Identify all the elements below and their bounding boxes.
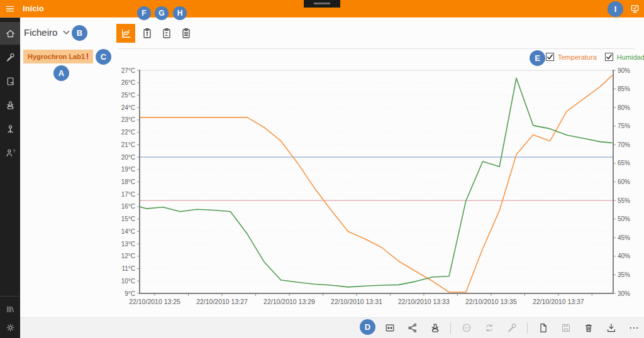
chart-area: 9°C10°C11°C12°C13°C14°C15°C16°C17°C18°C1… (119, 62, 644, 312)
command-configure-button (503, 320, 520, 336)
toolbar-divider (527, 323, 528, 334)
toolbar-divider (450, 323, 451, 334)
svg-text:75%: 75% (618, 123, 630, 129)
command-more-button[interactable] (625, 320, 642, 336)
svg-text:85%: 85% (618, 85, 630, 92)
legend-checkbox-humidade[interactable]: Humidade (605, 53, 644, 61)
app-window: Início ? Ficheiro Hygrochron Lab1 ! Σ Te… (0, 0, 644, 338)
sidebar-divider (0, 296, 20, 297)
svg-text:10°C: 10°C (121, 278, 135, 285)
sidebar-item-missions[interactable] (0, 94, 20, 116)
svg-text:35%: 35% (618, 271, 630, 278)
svg-text:15°C: 15°C (121, 215, 135, 222)
svg-text:22/10/2010 13:37: 22/10/2010 13:37 (533, 298, 584, 305)
svg-text:22/10/2010 13:31: 22/10/2010 13:31 (331, 298, 382, 305)
annotation-badge-g: G (155, 6, 169, 20)
command-mission-button[interactable] (426, 320, 443, 336)
device-alert-icon: ! (86, 52, 89, 61)
chart-legend: Temperatura Humidade (546, 53, 644, 61)
sidebar-item-network[interactable] (0, 117, 20, 140)
svg-text:?: ? (13, 149, 15, 153)
svg-text:22/10/2010 13:35: 22/10/2010 13:35 (465, 298, 517, 305)
device-status-button[interactable] (627, 2, 642, 16)
window-drag-handle (304, 0, 340, 8)
svg-text:20°C: 20°C (121, 154, 135, 161)
sidebar-item-documents[interactable] (0, 70, 20, 92)
svg-text:22/10/2010 13:27: 22/10/2010 13:27 (196, 298, 248, 305)
command-date-range-button[interactable] (381, 320, 398, 336)
file-menu-dropdown[interactable]: Ficheiro (24, 25, 70, 40)
svg-text:60%: 60% (618, 178, 630, 185)
chart-svg: 9°C10°C11°C12°C13°C14°C15°C16°C17°C18°C1… (119, 62, 644, 312)
svg-text:65%: 65% (618, 160, 630, 166)
command-stop-button (458, 320, 475, 336)
svg-text:14°C: 14°C (121, 228, 135, 235)
page-title: Início (23, 4, 44, 13)
legend-checkbox-temperatura[interactable]: Temperatura (546, 53, 597, 61)
command-association-button[interactable] (404, 320, 421, 336)
annotation-badge-h: H (173, 6, 187, 20)
svg-text:17°C: 17°C (121, 191, 135, 198)
legend-label: Humidade (617, 53, 644, 61)
svg-text:23°C: 23°C (121, 116, 135, 123)
annotation-badge-f: F (137, 6, 151, 20)
command-sync-button (480, 320, 497, 336)
svg-text:Σ: Σ (165, 31, 168, 37)
sidebar-item-tools[interactable] (0, 46, 20, 68)
svg-text:12°C: 12°C (121, 253, 135, 259)
sidebar-bottom-icons (0, 296, 20, 337)
sidebar-item-home[interactable] (0, 22, 20, 45)
svg-text:26°C: 26°C (121, 79, 135, 86)
view-tab-summary[interactable]: Σ (159, 24, 174, 43)
view-tab-data-log[interactable] (179, 24, 194, 43)
svg-text:90%: 90% (618, 67, 630, 74)
svg-text:9°C: 9°C (125, 290, 135, 297)
sidebar-item-settings[interactable] (0, 318, 20, 337)
toolbar-separator (118, 48, 635, 49)
svg-text:80%: 80% (618, 104, 630, 111)
annotation-badge-a: A (53, 65, 69, 81)
svg-text:50%: 50% (618, 215, 630, 222)
svg-text:30%: 30% (618, 290, 630, 297)
bottom-command-bar (20, 317, 644, 338)
file-menu-label: Ficheiro (24, 27, 57, 38)
sidebar-top-icons: ? (0, 22, 20, 164)
legend-label: Temperatura (558, 53, 597, 61)
svg-text:55%: 55% (618, 197, 630, 204)
svg-text:19°C: 19°C (121, 166, 135, 173)
hamburger-menu-button[interactable] (0, 0, 20, 17)
device-list-item[interactable]: Hygrochron Lab1 ! (23, 50, 93, 63)
annotation-badge-e: E (530, 50, 545, 66)
command-save-button (557, 320, 574, 336)
chevron-down-icon (63, 27, 70, 38)
annotation-badge-i: I (608, 1, 623, 17)
svg-text:13°C: 13°C (121, 241, 135, 248)
svg-text:18°C: 18°C (121, 178, 135, 185)
view-tab-device-info[interactable] (140, 24, 155, 43)
svg-text:27°C: 27°C (121, 67, 135, 74)
device-name: Hygrochron Lab1 (28, 53, 85, 60)
command-delete-button[interactable] (580, 320, 597, 336)
svg-text:40%: 40% (618, 253, 630, 259)
svg-text:45%: 45% (618, 234, 630, 241)
annotation-badge-b: B (72, 25, 87, 41)
view-tab-chart-view[interactable] (116, 24, 135, 43)
svg-text:22°C: 22°C (121, 129, 135, 136)
checkbox-checked-icon (605, 53, 613, 61)
sidebar-item-library[interactable] (0, 299, 20, 318)
svg-text:22/10/2010 13:29: 22/10/2010 13:29 (264, 298, 315, 305)
svg-text:25°C: 25°C (121, 92, 135, 99)
svg-text:16°C: 16°C (121, 203, 135, 210)
svg-text:22/10/2010 13:25: 22/10/2010 13:25 (129, 298, 180, 305)
svg-text:70%: 70% (618, 141, 630, 148)
sidebar: ? (0, 17, 20, 338)
svg-text:22/10/2010 13:33: 22/10/2010 13:33 (398, 298, 450, 305)
command-export-button[interactable] (602, 320, 619, 336)
annotation-badge-c: C (96, 49, 111, 65)
checkbox-checked-icon (546, 53, 554, 61)
view-toolbar: Σ (116, 24, 194, 43)
svg-text:21°C: 21°C (121, 141, 135, 148)
sidebar-item-help[interactable]: ? (0, 141, 20, 164)
command-report-button[interactable] (535, 320, 552, 336)
annotation-badge-d: D (360, 319, 375, 335)
